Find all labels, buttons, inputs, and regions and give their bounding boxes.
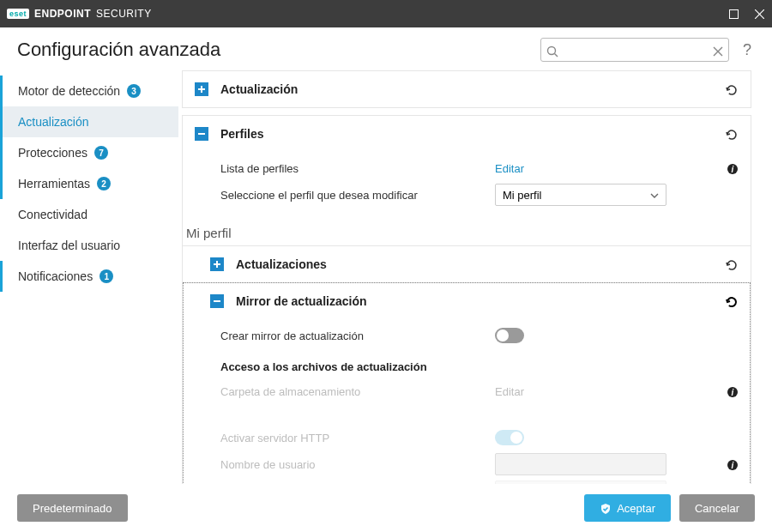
expand-icon[interactable]	[210, 257, 224, 271]
window-close-icon[interactable]	[753, 8, 765, 20]
panel-title: Actualizaciones	[236, 257, 713, 271]
mirror-access-heading: Acceso a los archivos de actualización	[183, 348, 751, 378]
svg-point-3	[547, 46, 555, 54]
sidebar-item-label: Conectividad	[18, 208, 87, 221]
svg-rect-0	[729, 9, 738, 18]
svg-text:i: i	[732, 388, 734, 397]
revert-icon[interactable]	[725, 82, 739, 97]
content-scroll[interactable]: Actualización Perfiles	[182, 70, 772, 517]
mirror-http-toggle	[495, 430, 524, 445]
svg-text:i: i	[732, 461, 734, 470]
badge: 7	[94, 146, 108, 160]
profile-list-edit-link[interactable]: Editar	[495, 162, 524, 175]
info-icon[interactable]: i	[727, 384, 739, 398]
search-icon	[546, 43, 558, 58]
mirror-http-label: Activar servidor HTTP	[195, 432, 486, 444]
profile-select-label: Seleccione el perfil que desea modificar	[195, 189, 486, 202]
sidebar-item-protections[interactable]: Protecciones 7	[0, 137, 178, 168]
collapse-icon[interactable]	[195, 127, 208, 141]
profile-select-value: Mi perfil	[503, 189, 542, 202]
sidebar-item-user-interface[interactable]: Interfaz del usuario	[0, 230, 178, 261]
footer: Predeterminado Aceptar Cancelar	[0, 484, 772, 532]
mirror-create-toggle[interactable]	[495, 328, 524, 343]
sidebar-item-label: Interfaz del usuario	[18, 239, 120, 252]
panel-actualizacion: Actualización	[182, 70, 751, 108]
badge: 2	[97, 177, 111, 190]
mirror-folder-label: Carpeta de almacenamiento	[195, 385, 486, 398]
panel-title: Mirror de actualización	[236, 294, 713, 308]
search-clear-icon[interactable]	[713, 43, 723, 58]
header-row: Configuración avanzada ?	[0, 27, 772, 70]
ok-button[interactable]: Aceptar	[584, 494, 671, 522]
sidebar-item-connectivity[interactable]: Conectividad	[0, 199, 178, 230]
sidebar-item-tools[interactable]: Herramientas 2	[0, 168, 178, 199]
sidebar-item-label: Motor de detección	[18, 84, 120, 98]
svg-line-4	[554, 53, 558, 57]
titlebar: eset ENDPOINT SECURITY	[0, 0, 772, 27]
revert-icon[interactable]	[725, 293, 739, 309]
search-input[interactable]	[540, 38, 729, 62]
panel-perfiles: Perfiles Lista de perfiles Editar i Se	[182, 115, 751, 515]
mirror-folder-edit-link: Editar	[495, 385, 524, 398]
help-icon[interactable]: ?	[739, 41, 755, 59]
window-maximize-icon[interactable]	[727, 8, 739, 20]
cancel-button[interactable]: Cancelar	[679, 494, 755, 522]
chevron-down-icon	[650, 189, 659, 202]
revert-icon[interactable]	[725, 126, 739, 142]
expand-icon[interactable]	[195, 82, 208, 96]
shield-check-icon	[600, 501, 612, 515]
badge: 3	[127, 84, 141, 98]
search-box	[540, 38, 729, 62]
info-icon[interactable]: i	[727, 456, 739, 471]
sidebar-item-label: Actualización	[18, 115, 89, 129]
profile-select[interactable]: Mi perfil	[495, 184, 666, 206]
mirror-user-label: Nombre de usuario	[195, 458, 486, 471]
badge: 1	[100, 269, 113, 283]
profile-list-label: Lista de perfiles	[195, 162, 486, 175]
brand-light: SECURITY	[96, 8, 152, 20]
brand-badge: eset	[7, 9, 29, 19]
panel-title: Perfiles	[220, 127, 713, 141]
sidebar-item-notifications[interactable]: Notificaciones 1	[0, 261, 178, 292]
info-icon[interactable]: i	[727, 160, 739, 175]
mirror-create-label: Crear mirror de actualización	[195, 329, 486, 342]
sidebar-item-label: Notificaciones	[18, 269, 93, 283]
sidebar-item-label: Herramientas	[18, 177, 90, 190]
sidebar: Motor de detección 3 Actualización Prote…	[0, 70, 182, 517]
sidebar-item-detection-engine[interactable]: Motor de detección 3	[0, 76, 178, 106]
collapse-icon[interactable]	[210, 294, 224, 308]
sub-panel-actualizaciones: Actualizaciones	[183, 245, 751, 282]
brand: eset ENDPOINT SECURITY	[7, 8, 152, 20]
profile-heading: Mi perfil	[183, 217, 751, 245]
sidebar-item-label: Protecciones	[18, 146, 87, 160]
panel-title: Actualización	[220, 82, 713, 96]
page-title: Configuración avanzada	[17, 39, 530, 61]
revert-icon[interactable]	[725, 257, 739, 272]
svg-text:i: i	[732, 165, 734, 174]
sub-panel-mirror: Mirror de actualización Crear mirror de …	[183, 282, 751, 514]
mirror-user-input	[495, 453, 666, 475]
brand-bold: ENDPOINT	[34, 8, 91, 20]
sidebar-item-update[interactable]: Actualización	[0, 106, 178, 137]
default-button[interactable]: Predeterminado	[17, 494, 128, 522]
